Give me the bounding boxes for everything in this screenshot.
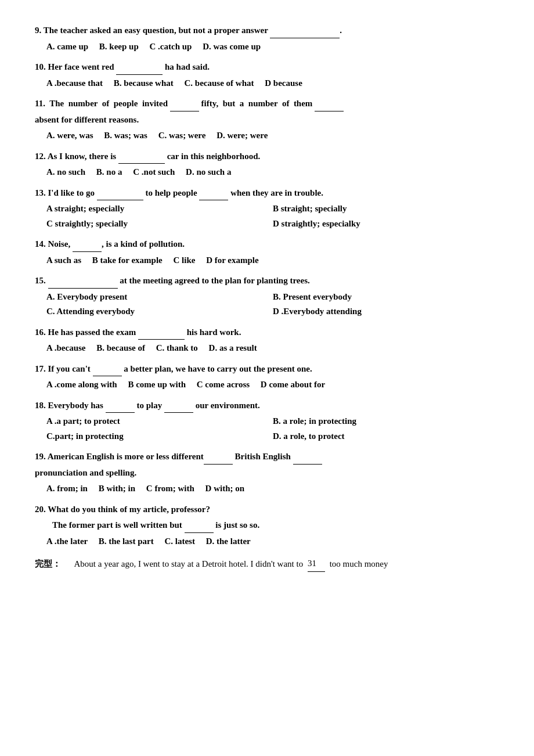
q15-opt-a: A. Everybody present (46, 290, 273, 305)
question-15: 15. at the meeting agreed to the plan fo… (35, 273, 499, 319)
q13-opt-a: A straight; especially (46, 201, 273, 217)
q13-opt-b: B straight; specially (273, 201, 499, 217)
completion-blank: 31 (308, 556, 325, 572)
q11-continuation: absent for different reasons. (35, 113, 499, 128)
q14-blank (73, 251, 102, 252)
q15-options: A. Everybody present B. Present everybod… (46, 290, 499, 319)
q11-options: A. were, was B. was; was C. was; were D.… (46, 128, 499, 143)
q18-opt-b: B. a role; in protecting (273, 414, 499, 429)
q13-text: 13. I'd like to go to help people when t… (35, 186, 499, 201)
q17-text: 17. If you can't a better plan, we have … (35, 362, 499, 377)
q18-opt-c: C.part; in protecting (46, 429, 273, 444)
q10-blank (116, 74, 163, 75)
q18-blank2 (164, 412, 193, 413)
q20-blank (185, 532, 214, 533)
q19-blank1 (204, 464, 233, 465)
question-19: 19. American English is more or less dif… (35, 449, 499, 496)
q18-text: 18. Everybody has to play our environmen… (35, 398, 499, 413)
q15-opt-d: D .Everybody attending (273, 304, 499, 319)
question-10: 10. Her face went red ha had said. A .be… (35, 60, 499, 91)
q12-options: A. no such B. no a C .not such D. no suc… (46, 165, 499, 180)
question-18: 18. Everybody has to play our environmen… (35, 398, 499, 444)
q13-opt-d: D straightly; especialky (273, 217, 499, 232)
q13-opt-c: C straightly; specially (46, 217, 273, 232)
q14-options: A such as B take for example C like D fo… (46, 253, 499, 268)
question-13: 13. I'd like to go to help people when t… (35, 186, 499, 232)
q19-continuation: pronunciation and spelling. (35, 466, 499, 481)
q17-blank (93, 376, 122, 376)
completion-text: About a year ago, I went to stay at a De… (74, 559, 304, 568)
question-14: 14. Noise, , is a kind of pollution. A s… (35, 237, 499, 268)
q18-options: A .a part; to protect B. a role; in prot… (46, 414, 499, 444)
question-9: 9. The teacher asked an easy question, b… (35, 23, 499, 54)
q15-text: 15. at the meeting agreed to the plan fo… (35, 273, 499, 289)
question-16: 16. He has passed the exam his hard work… (35, 325, 499, 356)
question-20: 20. What do you think of my article, pro… (35, 502, 499, 549)
q9-options: A. came up B. keep up C .catch up D. was… (46, 39, 499, 55)
q16-text: 16. He has passed the exam his hard work… (35, 325, 499, 340)
q20-options: A .the later B. the last part C. latest … (46, 534, 499, 549)
q9-text: 9. The teacher asked an easy question, b… (35, 23, 499, 38)
question-12: 12. As I know, there is car in this neig… (35, 149, 499, 180)
q12-text: 12. As I know, there is car in this neig… (35, 149, 499, 164)
q15-blank (48, 288, 118, 289)
q19-text: 19. American English is more or less dif… (35, 449, 499, 465)
q10-text: 10. Her face went red ha had said. (35, 60, 499, 75)
question-11: 11. The number of people invited fifty, … (35, 96, 499, 143)
q16-options: A .because B. because of C. thank to D. … (46, 341, 499, 356)
q19-blank2 (293, 464, 322, 465)
completion-section: 完型： About a year ago, I went to stay at … (35, 556, 499, 572)
q13-blank1 (97, 200, 143, 200)
completion-ending: too much money (330, 559, 388, 568)
completion-label: 完型： (35, 559, 61, 568)
q11-blank1 (170, 111, 199, 111)
q18-opt-a: A .a part; to protect (46, 414, 273, 429)
q20-text: 20. What do you think of my article, pro… (35, 502, 499, 517)
q9-blank (270, 38, 340, 38)
q12-blank (118, 163, 165, 164)
question-17: 17. If you can't a better plan, we have … (35, 362, 499, 393)
q10-options: A .because that B. because what C. becau… (46, 76, 499, 91)
q13-options: A straight; especially B straight; speci… (46, 201, 499, 231)
q11-text: 11. The number of people invited fifty, … (35, 96, 499, 111)
q15-opt-c: C. Attending everybody (46, 304, 273, 319)
q18-blank1 (106, 412, 135, 413)
q17-options: A .come along with B come up with C come… (46, 377, 499, 393)
q13-blank2 (199, 200, 228, 200)
q14-text: 14. Noise, , is a kind of pollution. (35, 237, 499, 252)
q15-opt-b: B. Present everybody (273, 290, 499, 305)
q19-options: A. from; in B with; in C from; with D wi… (46, 481, 499, 496)
q20-sub: The former part is well written but is j… (52, 518, 499, 533)
q18-opt-d: D. a role, to protect (273, 429, 499, 444)
q16-blank (138, 339, 185, 340)
q11-blank2 (315, 111, 344, 111)
